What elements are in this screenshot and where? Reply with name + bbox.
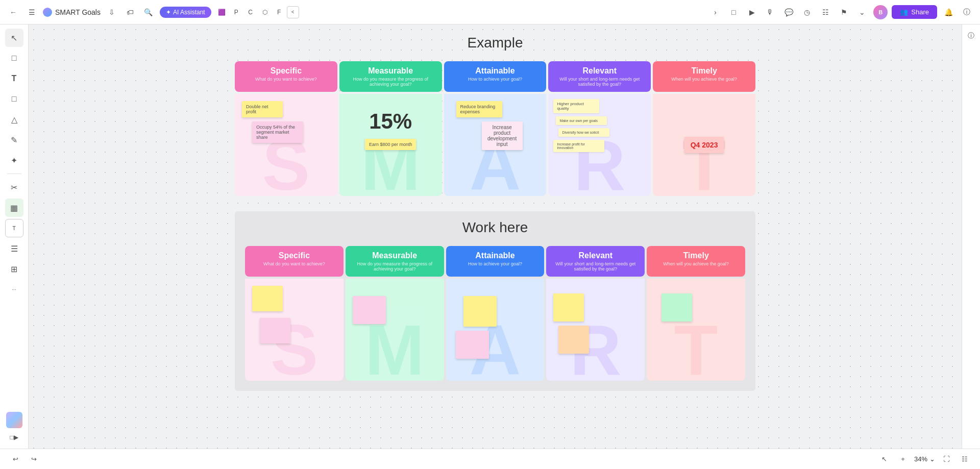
help-icon[interactable]: ⓘ [960,5,974,19]
notification-icon[interactable]: 🔔 [941,5,955,19]
work-specific-title: Specific [249,251,339,260]
chevron-down-icon[interactable]: ⌄ [855,5,869,19]
tag-button[interactable]: 🏷 [123,5,137,19]
work-timely-header: Timely When will you achieve the goal? [647,246,745,277]
work-sticky[interactable] [553,293,584,322]
sticky-note[interactable]: Increase profit for innovation [553,140,604,152]
percent-value: 15% [369,109,412,134]
work-measurable-title: Measurable [350,251,440,260]
work-sticky[interactable] [456,331,489,359]
work-relevant-body: R [546,279,645,381]
increase-note[interactable]: Increase product development input [482,121,523,150]
timely-header: Timely When will you achieve the goal? [653,61,755,92]
tool5-icon[interactable]: F [273,6,286,19]
sidebar-highlight-icon[interactable]: ✦ [5,151,23,169]
sticky-note[interactable]: Double net profit [242,101,283,117]
work-attainable-title: Attainable [450,251,541,260]
comment-icon[interactable]: 💬 [781,5,796,19]
relevant-notes: Higher product quality Make our own per … [553,99,646,152]
sidebar-more-icon[interactable]: ··· [5,280,23,299]
app-logo [43,8,52,17]
work-sticky[interactable] [252,286,283,311]
ai-assistant-button[interactable]: ✦ AI Assistant [160,7,211,18]
zoom-in-icon[interactable]: + [896,452,910,466]
share-button[interactable]: 👥 Share [892,5,937,19]
expand-button[interactable]: < [287,6,299,18]
work-specific-notes [250,284,338,345]
add-frame-icon[interactable]: □ [726,5,741,19]
work-attainable-subtitle: How to achieve your goal? [450,261,541,266]
sidebar-cursor-icon[interactable]: ↖ [5,29,23,47]
download-button[interactable]: ⇩ [105,5,119,19]
ai-icon: ✦ [166,9,171,16]
work-specific-body: S [245,279,344,381]
sidebar-frame-icon[interactable]: □ [5,49,23,67]
sidebar-scissors-icon[interactable]: ✂ [5,178,23,196]
work-sticky[interactable] [260,318,290,343]
sidebar-frame-nav-icon[interactable]: □▶ [7,430,21,445]
example-bodies: S Double net profit Occupy 54% of the se… [235,94,755,196]
work-attainable-header: Attainable How to achieve your goal? [446,246,545,277]
minimap-icon[interactable]: ☷ [958,452,972,466]
sticky-note[interactable]: Diversify how we solicit [558,128,609,137]
sticky-note[interactable]: Make our own per goals [556,116,607,125]
sticky-note[interactable]: Higher product quality [553,99,599,113]
work-sticky[interactable] [353,296,386,324]
tool4-icon[interactable]: ⬡ [258,6,272,19]
sidebar-pen-icon[interactable]: ✎ [5,131,23,149]
timer-icon[interactable]: ◷ [800,5,814,19]
work-sticky[interactable] [662,293,692,322]
tool2-icon[interactable]: P [230,6,243,19]
work-timely-notes [652,284,740,324]
timely-body: T Q4 2023 [653,94,755,196]
info-icon[interactable]: ⓘ [964,29,978,43]
menu-button[interactable]: ☰ [24,5,39,19]
topbar: ← ☰ SMART Goals ⇩ 🏷 🔍 ✦ AI Assistant 🟪 P… [0,0,980,24]
specific-notes: Double net profit Occupy 54% of the segm… [240,99,332,145]
timely-subtitle: When will you achieve the goal? [657,77,751,82]
sidebar-divider [7,174,21,174]
search-button[interactable]: 🔍 [141,5,156,19]
zoom-chevron-icon[interactable]: ⌄ [929,455,935,463]
redo-button[interactable]: ↪ [27,452,41,466]
sidebar-text2-icon[interactable]: T [5,219,23,237]
present-icon[interactable]: 🎙 [763,5,777,19]
timely-title: Timely [657,66,751,76]
sidebar-list-icon[interactable]: ☰ [5,239,23,258]
back-button[interactable]: ← [6,5,20,19]
relevant-title: Relevant [552,66,647,76]
sticky-note[interactable]: Earn $800 per month [365,139,416,150]
sidebar-apps-icon[interactable] [6,412,22,428]
specific-subtitle: What do you want to achieve? [239,77,333,82]
work-here-title: Work here [245,219,745,236]
sidebar-grid-icon[interactable]: ⊞ [5,260,23,278]
tool3-icon[interactable]: C [244,6,257,19]
sticky-note[interactable]: Reduce branding expenses [456,101,502,117]
sidebar-sticky-icon[interactable]: □ [5,90,23,108]
work-sticky[interactable] [463,296,497,327]
sidebar-text-icon[interactable]: T [5,69,23,88]
sidebar-shape-icon[interactable]: △ [5,110,23,129]
work-timely-title: Timely [651,251,741,260]
work-measurable-body: M [346,279,444,381]
example-title: Example [235,35,755,51]
cursor-mode-icon[interactable]: ↖ [877,452,892,466]
measurable-title: Measurable [344,66,438,76]
tool1-icon[interactable]: 🟪 [215,6,229,19]
chevron-right-icon[interactable]: › [708,5,722,19]
q4-note[interactable]: Q4 2023 [684,137,724,153]
app-title: SMART Goals [55,8,101,16]
play-icon[interactable]: ▶ [745,5,759,19]
measurable-body: M 15% Earn $800 per month [339,94,442,196]
grid2-icon[interactable]: ☷ [818,5,832,19]
work-sticky[interactable] [558,326,589,354]
fit-screen-icon[interactable]: ⛶ [939,452,953,466]
undo-button[interactable]: ↩ [8,452,22,466]
sidebar-table-icon[interactable]: ▦ [5,199,23,217]
flag-icon[interactable]: ⚑ [837,5,851,19]
sticky-note[interactable]: Occupy 54% of the segment market share [252,121,303,143]
share-label: Share [911,8,929,16]
attainable-title: Attainable [448,66,543,76]
work-measurable-notes [351,284,439,326]
work-measurable-header: Measurable How do you measure the progre… [346,246,444,277]
